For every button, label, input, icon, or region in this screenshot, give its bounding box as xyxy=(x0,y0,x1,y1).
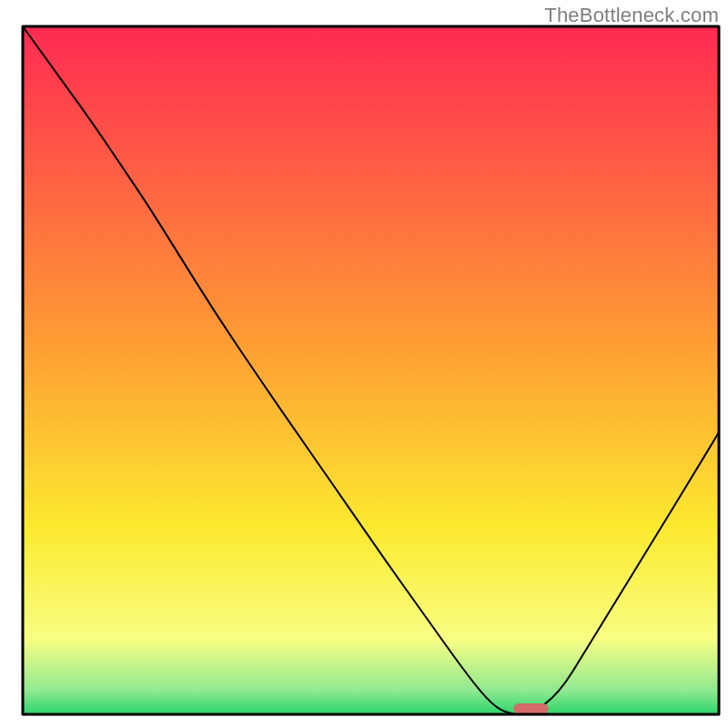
watermark-text: TheBottleneck.com xyxy=(544,4,719,27)
chart-container: TheBottleneck.com xyxy=(0,0,728,728)
bottleneck-chart xyxy=(0,0,728,728)
